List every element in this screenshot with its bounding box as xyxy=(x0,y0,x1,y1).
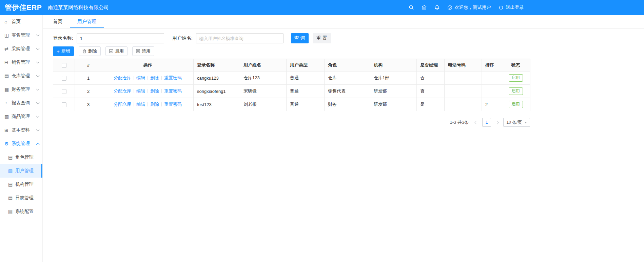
sidebar-item-sales[interactable]: ⊟ 销售管理 xyxy=(0,56,42,69)
home-bank-icon[interactable] xyxy=(422,5,427,10)
org-cell: 仓库1部 xyxy=(370,72,417,85)
sidebar-item-label: 角色管理 xyxy=(15,154,34,160)
chevron-down-icon xyxy=(36,101,40,104)
user-name-input[interactable] xyxy=(196,33,284,43)
sidebar-item-retail[interactable]: ◫ 零售管理 xyxy=(0,28,42,42)
select-all-checkbox[interactable] xyxy=(62,63,66,68)
gear-icon: ⚙ xyxy=(4,141,12,146)
check-circle-icon xyxy=(447,5,452,10)
chevron-down-icon xyxy=(36,47,40,50)
users-table: # 操作 登录名称 用户姓名 用户类型 角色 机构 是否经理 电话号码 排序 状… xyxy=(53,59,530,111)
col-role: 角色 xyxy=(325,59,370,72)
row-checkbox[interactable] xyxy=(62,89,66,94)
search-icon[interactable] xyxy=(409,5,414,10)
status-badge[interactable]: 启用 xyxy=(509,101,523,108)
assign-warehouse-link[interactable]: 分配仓库 xyxy=(114,102,131,107)
document-icon: ▤ xyxy=(8,168,15,174)
pagination-summary: 1-3 共3条 xyxy=(450,119,469,125)
sidebar-item-purchase[interactable]: ⇄ 采购管理 xyxy=(0,42,42,56)
plus-icon: + xyxy=(57,49,60,54)
tab-user-management[interactable]: 用户管理 xyxy=(70,15,104,28)
status-badge[interactable]: 启用 xyxy=(509,74,523,82)
delete-button[interactable]: 删除 xyxy=(79,46,101,56)
query-button[interactable]: 查 询 xyxy=(291,33,309,43)
row-checkbox[interactable] xyxy=(62,102,66,107)
divider xyxy=(161,89,162,93)
delete-link[interactable]: 删除 xyxy=(150,88,159,94)
assign-warehouse-link[interactable]: 分配仓库 xyxy=(114,75,131,80)
row-checkbox[interactable] xyxy=(62,76,66,81)
search-form: 登录名称: 用户姓名: 查 询 重 置 xyxy=(53,33,644,43)
add-button-label: 新增 xyxy=(61,48,70,54)
col-user-type: 用户类型 xyxy=(287,59,325,72)
login-name-input[interactable] xyxy=(77,33,164,43)
add-button[interactable]: + 新增 xyxy=(53,46,74,56)
enable-button[interactable]: 启用 xyxy=(105,46,128,56)
reset-password-link[interactable]: 重置密码 xyxy=(164,88,182,94)
x-square-icon xyxy=(136,49,140,53)
chevron-down-icon xyxy=(36,74,40,77)
document-icon: ▤ xyxy=(8,155,15,160)
top-header: 管伊佳ERP 南通某某网络科技有限公司 欢迎您，测试用户 退出 xyxy=(0,0,644,15)
edit-link[interactable]: 编辑 xyxy=(136,88,145,94)
top-header-inner: 管伊佳ERP 南通某某网络科技有限公司 欢迎您，测试用户 退出 xyxy=(0,0,529,15)
sidebar-item-warehouse[interactable]: ▤ 仓库管理 xyxy=(0,69,42,83)
sidebar-item-label: 仓库管理 xyxy=(12,73,30,79)
reset-password-link[interactable]: 重置密码 xyxy=(164,75,182,80)
table-row: 1 分配仓库编辑删除重置密码 cangku123 仓库123 普通 仓库 仓库1… xyxy=(53,72,530,85)
sidebar-item-label: 零售管理 xyxy=(12,32,30,38)
sidebar-item-reports[interactable]: ◔ 报表查询 xyxy=(0,96,42,110)
user-name-cell: 仓库123 xyxy=(240,72,287,85)
is-manager-cell: 否 xyxy=(417,72,445,85)
sidebar-item-basic-data[interactable]: ⊞ 基本资料 xyxy=(0,123,42,137)
delete-link[interactable]: 删除 xyxy=(150,102,159,107)
prev-page-button[interactable] xyxy=(473,118,479,126)
sidebar-item-system-config[interactable]: ▤ 系统配置 xyxy=(0,205,42,218)
role-cell: 仓库 xyxy=(325,72,370,85)
sidebar-item-products[interactable]: ▧ 商品管理 xyxy=(0,110,42,123)
login-name-cell: songxiaofeng1 xyxy=(194,85,240,98)
table-row: 3 分配仓库编辑删除重置密码 test123 刘老根 普通 财务 研发部 是 2 xyxy=(53,98,530,111)
reset-password-link[interactable]: 重置密码 xyxy=(164,102,182,107)
login-name-label: 登录名称: xyxy=(53,35,73,41)
sort-cell: 2 xyxy=(482,98,501,111)
sidebar-item-user-management[interactable]: ▤ 用户管理 xyxy=(0,164,42,178)
bell-icon[interactable] xyxy=(434,5,440,10)
sidebar-item-org-management[interactable]: ▤ 机构管理 xyxy=(0,178,42,191)
page-number[interactable]: 1 xyxy=(482,118,491,127)
home-icon: ⌂ xyxy=(4,19,12,24)
welcome-user[interactable]: 欢迎您，测试用户 xyxy=(447,4,491,11)
disable-button[interactable]: 禁用 xyxy=(132,46,154,56)
main-area: 首页 用户管理 登录名称: 用户姓名: 查 询 重 置 + 新增 xyxy=(43,15,644,262)
status-badge[interactable]: 启用 xyxy=(509,87,523,95)
is-manager-cell: 否 xyxy=(417,85,445,98)
sidebar-item-log-management[interactable]: ▤ 日志管理 xyxy=(0,191,42,205)
edit-link[interactable]: 编辑 xyxy=(136,75,145,80)
delete-link[interactable]: 删除 xyxy=(150,75,159,80)
tab-home[interactable]: 首页 xyxy=(45,15,70,28)
sidebar-item-label: 机构管理 xyxy=(15,181,34,187)
page-size-value: 10 条/页 xyxy=(506,120,522,125)
page-layout: ⌂ 首页 ◫ 零售管理 ⇄ 采购管理 ⊟ 销售管理 ▤ 仓库管理 xyxy=(0,15,644,262)
phone-cell xyxy=(445,85,482,98)
user-type-cell: 普通 xyxy=(287,72,325,85)
reset-button[interactable]: 重 置 xyxy=(313,33,331,43)
sidebar-item-label: 基本资料 xyxy=(12,127,30,133)
sidebar-item-system[interactable]: ⚙ 系统管理 xyxy=(0,137,42,150)
sidebar-item-home[interactable]: ⌂ 首页 xyxy=(0,15,42,28)
finance-icon: ▦ xyxy=(4,87,12,92)
page-size-select[interactable]: 10 条/页 xyxy=(503,118,530,127)
col-login-name: 登录名称 xyxy=(194,59,240,72)
sidebar-item-label: 报表查询 xyxy=(12,100,30,106)
sidebar-item-role-management[interactable]: ▤ 角色管理 xyxy=(0,150,42,164)
user-type-cell: 普通 xyxy=(287,85,325,98)
row-index: 1 xyxy=(75,72,102,85)
edit-link[interactable]: 编辑 xyxy=(136,102,145,107)
sidebar-item-finance[interactable]: ▦ 财务管理 xyxy=(0,83,42,96)
logout-button[interactable]: 退出登录 xyxy=(499,4,524,11)
next-page-button[interactable] xyxy=(494,118,500,126)
row-index: 2 xyxy=(75,85,102,98)
col-user-name: 用户姓名 xyxy=(240,59,287,72)
assign-warehouse-link[interactable]: 分配仓库 xyxy=(114,88,131,94)
col-status: 状态 xyxy=(501,59,530,72)
